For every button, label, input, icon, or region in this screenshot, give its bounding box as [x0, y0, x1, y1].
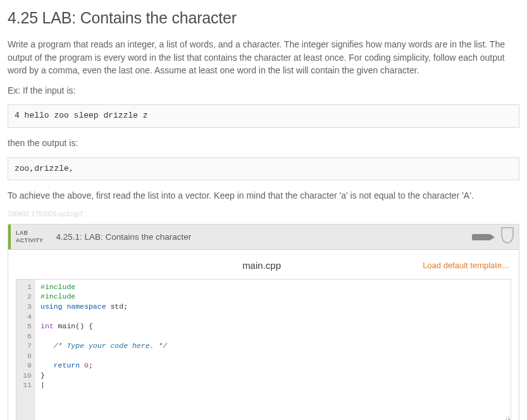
- activity-title: 4.25.1: LAB: Contains the character: [49, 225, 472, 249]
- code-editor[interactable]: 1 2 3 4 5 6 7 8 9 10 11 #include #includ…: [16, 279, 511, 420]
- lab-activity-panel: LAB ACTIVITY 4.25.1: LAB: Contains the c…: [8, 224, 519, 420]
- intro-paragraph: Write a program that reads an integer, a…: [8, 38, 519, 77]
- page-title: 4.25 LAB: Contains the character: [8, 6, 519, 29]
- lab-tag-line1: LAB: [16, 230, 43, 237]
- shield-icon: [501, 228, 514, 244]
- resize-handle-icon[interactable]: [503, 416, 509, 420]
- lab-tag-line2: ACTIVITY: [16, 237, 43, 245]
- progress-bar-icon: [472, 234, 491, 240]
- activity-header: LAB ACTIVITY 4.25.1: LAB: Contains the c…: [8, 225, 519, 250]
- hint-paragraph: To achieve the above, first read the lis…: [8, 189, 519, 202]
- watermark-text: 330492.1753326.qx3zqy7: [8, 210, 519, 219]
- input-sample-box: 4 hello zoo sleep drizzle z: [8, 104, 519, 128]
- lab-tag: LAB ACTIVITY: [8, 225, 49, 249]
- example-label: Ex: If the input is:: [8, 84, 519, 97]
- file-name-label: main.cpp: [101, 259, 423, 273]
- output-sample-box: zoo,drizzle,: [8, 158, 519, 181]
- progress-area: [472, 225, 519, 249]
- file-header: main.cpp Load default template...: [16, 259, 511, 273]
- activity-body: main.cpp Load default template... 1 2 3 …: [8, 250, 519, 420]
- then-label: then the output is:: [8, 137, 519, 149]
- code-content[interactable]: #include #include using namespace std; i…: [35, 280, 511, 420]
- line-number-gutter: 1 2 3 4 5 6 7 8 9 10 11: [16, 280, 35, 420]
- load-default-template-link[interactable]: Load default template...: [423, 260, 509, 272]
